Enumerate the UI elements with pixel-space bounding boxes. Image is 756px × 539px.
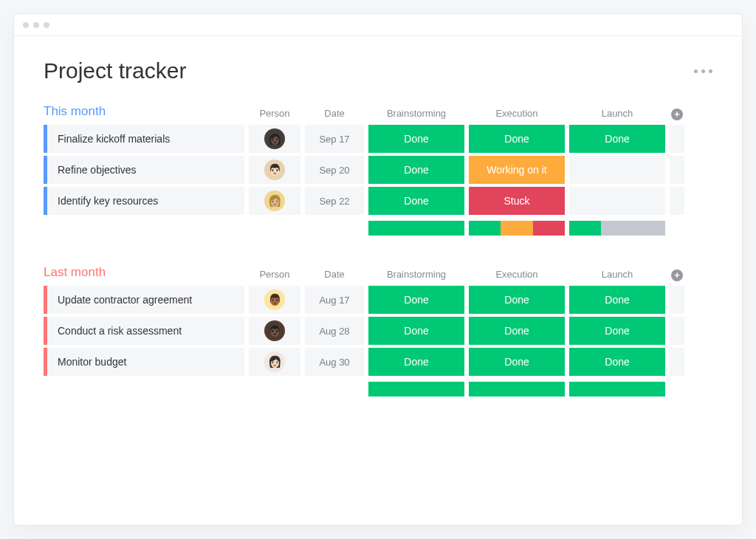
more-options-icon [694, 69, 698, 73]
row-tail-cell [670, 348, 684, 376]
group-header: Last monthPersonDateBrainstormingExecuti… [44, 265, 712, 281]
traffic-light-dot [33, 22, 39, 28]
person-cell[interactable]: 👩🏿 [249, 125, 300, 153]
status-cell[interactable]: Done [469, 317, 565, 345]
status-cell[interactable]: Done [469, 125, 565, 153]
row-tail-cell [670, 286, 684, 314]
traffic-light-dot [23, 22, 29, 28]
app-window: Project tracker This monthPersonDateBrai… [13, 13, 743, 526]
add-column-button[interactable]: + [670, 109, 684, 120]
group-title[interactable]: This month [44, 104, 244, 120]
summary-segment [469, 221, 501, 236]
date-cell[interactable]: Sep 22 [305, 187, 364, 215]
column-header[interactable]: Person [249, 269, 300, 281]
summary-bar [569, 221, 665, 236]
traffic-light-dot [44, 22, 49, 28]
avatar: 👩🏿 [264, 128, 285, 149]
column-header[interactable]: Date [305, 269, 364, 281]
page-title: Project tracker [44, 58, 186, 83]
page-header: Project tracker [44, 58, 712, 83]
date-cell[interactable]: Aug 28 [305, 317, 364, 345]
column-header[interactable]: Launch [569, 269, 665, 281]
status-cell[interactable]: Done [368, 187, 464, 215]
column-header[interactable]: Brainstorming [368, 269, 464, 281]
column-header[interactable]: Person [249, 108, 300, 120]
group-header: This monthPersonDateBrainstormingExecuti… [44, 104, 712, 120]
table-row: Identify key resources👩🏼Sep 22DoneStuck [44, 187, 712, 215]
table-row: Finalize kickoff materials👩🏿Sep 17DoneDo… [44, 125, 712, 153]
status-cell[interactable]: Working on it [469, 156, 565, 184]
column-header[interactable]: Execution [469, 108, 565, 120]
status-cell-empty[interactable] [569, 156, 665, 184]
date-cell[interactable]: Aug 17 [305, 286, 364, 314]
column-header[interactable]: Date [305, 108, 364, 120]
group: Last monthPersonDateBrainstormingExecuti… [44, 265, 712, 396]
status-cell[interactable]: Done [469, 286, 565, 314]
table-row: Monitor budget👩🏻Aug 30DoneDoneDone [44, 348, 712, 376]
status-cell[interactable]: Done [368, 156, 464, 184]
row-tail-cell [670, 156, 684, 184]
task-name-cell[interactable]: Refine objectives [44, 156, 244, 184]
group-summary-row [44, 382, 712, 396]
more-options-icon [709, 69, 712, 73]
task-name-cell[interactable]: Update contractor agreement [44, 286, 244, 314]
status-cell[interactable]: Done [569, 317, 665, 345]
summary-segment [569, 221, 601, 236]
add-column-button[interactable]: + [670, 270, 684, 281]
person-cell[interactable]: 👨🏿 [249, 317, 300, 345]
more-options-icon [701, 69, 705, 73]
table-row: Conduct a risk assessment👨🏿Aug 28DoneDon… [44, 317, 712, 345]
task-name-cell[interactable]: Identify key resources [44, 187, 244, 215]
summary-segment [469, 382, 565, 396]
window-titlebar [14, 14, 742, 36]
date-cell[interactable]: Sep 17 [305, 125, 364, 153]
row-tail-cell [670, 187, 684, 215]
avatar: 👨🏾 [264, 289, 285, 310]
status-cell[interactable]: Done [368, 286, 464, 314]
summary-segment [368, 221, 464, 236]
date-cell[interactable]: Aug 30 [305, 348, 364, 376]
status-cell[interactable]: Done [368, 125, 464, 153]
summary-bar [569, 382, 665, 396]
person-cell[interactable]: 👨🏻 [249, 156, 300, 184]
group: This monthPersonDateBrainstormingExecuti… [44, 104, 712, 236]
status-cell-empty[interactable] [569, 187, 665, 215]
group-title[interactable]: Last month [44, 265, 244, 281]
summary-segment [533, 221, 565, 236]
status-cell[interactable]: Done [469, 348, 565, 376]
summary-bar [368, 382, 464, 396]
summary-bar [469, 221, 565, 236]
status-cell[interactable]: Done [368, 348, 464, 376]
summary-segment [501, 221, 532, 236]
summary-segment [368, 382, 464, 396]
person-cell[interactable]: 👩🏻 [249, 348, 300, 376]
avatar: 👨🏻 [264, 159, 285, 180]
status-cell[interactable]: Done [368, 317, 464, 345]
row-tail-cell [670, 125, 684, 153]
table-row: Update contractor agreement👨🏾Aug 17DoneD… [44, 286, 712, 314]
task-name-cell[interactable]: Finalize kickoff materials [44, 125, 244, 153]
status-cell[interactable]: Done [569, 348, 665, 376]
column-header[interactable]: Launch [569, 108, 665, 120]
column-header[interactable]: Execution [469, 269, 565, 281]
date-cell[interactable]: Sep 20 [305, 156, 364, 184]
person-cell[interactable]: 👩🏼 [249, 187, 300, 215]
table-row: Refine objectives👨🏻Sep 20DoneWorking on … [44, 156, 712, 184]
person-cell[interactable]: 👨🏾 [249, 286, 300, 314]
status-cell[interactable]: Done [569, 286, 665, 314]
status-cell[interactable]: Stuck [469, 187, 565, 215]
summary-segment [601, 221, 665, 236]
more-options-button[interactable] [694, 69, 712, 73]
avatar: 👩🏼 [264, 190, 285, 211]
status-cell[interactable]: Done [569, 125, 665, 153]
task-name-cell[interactable]: Conduct a risk assessment [44, 317, 244, 345]
avatar: 👨🏿 [264, 320, 285, 341]
plus-icon: + [671, 270, 683, 281]
plus-icon: + [671, 109, 683, 120]
summary-segment [569, 382, 665, 396]
avatar: 👩🏻 [264, 351, 285, 372]
column-header[interactable]: Brainstorming [368, 108, 464, 120]
task-name-cell[interactable]: Monitor budget [44, 348, 244, 376]
board-content: Project tracker This monthPersonDateBrai… [14, 36, 742, 448]
row-tail-cell [670, 317, 684, 345]
